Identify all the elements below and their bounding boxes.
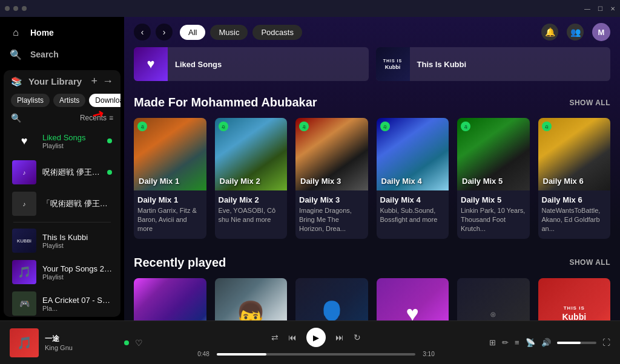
library-item-ea[interactable]: 🎮 EA Cricket 07 - Soun... Pla...	[8, 288, 116, 317]
mix4-info: Daily Mix 4 Kubbi, Sub.Sound, Bossfight …	[377, 190, 449, 230]
made-for-header: Made For Mohammed Abubakar Show all	[134, 96, 610, 109]
daily-mixes-grid: ♫ Daily Mix 1 Daily Mix 1 Martin Garrix,…	[134, 118, 610, 239]
titlebar-dot-2	[13, 6, 18, 11]
repeat-button[interactable]: ↻	[354, 333, 361, 342]
previous-button[interactable]: ⏮	[288, 333, 297, 342]
search-label: Search	[30, 50, 59, 59]
lyrics-button[interactable]: ✏	[502, 338, 509, 347]
liked-songs-quick-label: Liked Songs	[168, 60, 229, 69]
forward-button[interactable]: ›	[156, 24, 173, 41]
volume-bar[interactable]	[557, 342, 596, 344]
daily-mix-3-card[interactable]: ♫ Daily Mix 3 Daily Mix 3 Imagine Dragon…	[295, 118, 368, 239]
mix1-title: Daily Mix 1	[137, 195, 203, 204]
your-library-header: 📚 Your Library + →	[4, 70, 120, 90]
play-pause-button[interactable]: ▶	[306, 328, 326, 347]
recent3-image: 👤	[295, 278, 368, 320]
user-avatar[interactable]: M	[592, 23, 610, 41]
kubbi-sub: Playlist	[42, 242, 112, 249]
playback-controls: ⇄ ⏮ ▶ ⏭ ↻	[271, 328, 361, 347]
recently-played-section: Recently played Show all 👦 👤 ♥	[134, 256, 610, 320]
mix5-image: ♫ Daily Mix 5	[457, 118, 530, 190]
filter-music-button[interactable]: Music	[210, 25, 248, 40]
daily-mix-2-card[interactable]: ♫ Daily Mix 2 Daily Mix 2 Eve, YOASOBI, …	[215, 118, 288, 239]
topsongs-name: Your Top Songs 2023	[42, 264, 112, 273]
chinese2-name: 「呪術廻戦 儚王・王折…・A…	[42, 198, 112, 209]
add-library-button[interactable]: +	[91, 75, 97, 88]
kubbi-info: This Is Kubbi Playlist	[42, 233, 112, 249]
next-button[interactable]: ⏭	[335, 333, 344, 342]
filter-artists[interactable]: Artists	[53, 94, 85, 107]
recent-card-2[interactable]: 👦	[215, 278, 288, 320]
daily-mix-4-card[interactable]: ♫ Daily Mix 4 Daily Mix 4 Kubbi, Sub.Sou…	[377, 118, 449, 239]
sidebar-separator	[13, 222, 111, 223]
quick-liked-songs[interactable]: ♥ Liked Songs	[134, 47, 369, 81]
now-playing-view-button[interactable]: ⊞	[489, 338, 496, 347]
recently-played-show-all[interactable]: Show all	[569, 258, 610, 267]
recent-card-6[interactable]: THIS IS Kubbi	[538, 278, 611, 320]
recent-card-1[interactable]	[134, 278, 206, 320]
titlebar-dot-3	[22, 6, 27, 11]
daily-mix-6-card[interactable]: ♫ Daily Mix 6 Daily Mix 6 NateWantsToBat…	[538, 118, 611, 239]
recently-played-grid: 👦 👤 ♥ ◎ THIS IS	[134, 278, 610, 320]
now-playing-info: 一途 King Gnu	[45, 334, 118, 351]
mix6-img-wrap: ♫ Daily Mix 6	[538, 118, 611, 190]
liked-songs-name: Liked Songs	[42, 133, 101, 142]
mix2-info: Daily Mix 2 Eve, YOASOBI, Cô shu Nie and…	[215, 190, 288, 230]
back-button[interactable]: ‹	[134, 24, 151, 41]
library-filters: Playlists Artists Downloaded	[4, 90, 120, 111]
close-button[interactable]: ✕	[610, 5, 615, 12]
library-list: ♥ Liked Songs Playlist ♪ 呪術廻戦 儚王・王折／…・A…	[4, 125, 120, 317]
library-item-topsongs[interactable]: 🎵 Your Top Songs 2023 Playlist	[8, 256, 116, 288]
recent1-image	[134, 278, 206, 320]
liked-songs-dot	[107, 138, 112, 143]
made-for-show-all[interactable]: Show all	[569, 99, 610, 107]
sidebar-item-search[interactable]: 🔍 Search	[7, 44, 117, 65]
total-time: 3:10	[420, 351, 437, 357]
recent-card-4[interactable]: ♥	[377, 278, 449, 320]
devices-button[interactable]: 📡	[526, 338, 535, 347]
mix4-badge: ♫	[380, 122, 390, 131]
queue-button[interactable]: ≡	[515, 338, 519, 347]
filter-podcasts-button[interactable]: Podcasts	[252, 25, 302, 40]
daily-mix-1-card[interactable]: ♫ Daily Mix 1 Daily Mix 1 Martin Garrix,…	[134, 118, 206, 239]
titlebar-dot-1	[5, 6, 10, 11]
filter-downloaded[interactable]: Downloaded	[89, 94, 120, 107]
library-item-chinese2[interactable]: ♪ 「呪術廻戦 儚王・王折…・A…	[8, 188, 116, 219]
library-more-button[interactable]: →	[102, 75, 113, 88]
library-item-liked[interactable]: ♥ Liked Songs Playlist	[8, 125, 116, 157]
mix4-image: ♫ Daily Mix 4	[377, 118, 449, 190]
ea-info: EA Cricket 07 - Soun... Pla...	[42, 296, 112, 312]
friends-button[interactable]: 👥	[567, 24, 584, 41]
library-search-icon[interactable]: 🔍	[11, 113, 21, 123]
filter-pills-top: All Music Podcasts	[180, 25, 302, 40]
minimize-button[interactable]: —	[584, 5, 590, 12]
chinese2-icon: ♪	[12, 192, 36, 216]
main-topbar: ‹ › All Music Podcasts 🔔 👥 M	[124, 17, 620, 47]
recent-card-3[interactable]: 👤	[295, 278, 368, 320]
filter-playlists[interactable]: Playlists	[11, 94, 50, 107]
main-scroll[interactable]: ♥ Liked Songs THIS IS Kubbi This Is Kubb…	[124, 47, 620, 320]
chinese1-info: 呪術廻戦 儚王・王折／…・A…	[42, 167, 101, 178]
your-library-title-btn[interactable]: 📚 Your Library	[11, 76, 82, 87]
maximize-button[interactable]: ☐	[598, 5, 603, 12]
progress-bar[interactable]	[217, 353, 415, 356]
fullscreen-button[interactable]: ⛶	[602, 338, 610, 347]
recent-card-5[interactable]: ◎	[457, 278, 530, 320]
sidebar-item-home[interactable]: ⌂ Home	[7, 22, 117, 44]
app-body: ↗ ⌂ Home 🔍 Search 📚 Your Library + →	[0, 17, 620, 320]
shuffle-button[interactable]: ⇄	[271, 333, 279, 342]
mix5-sub: Linkin Park, 10 Years, Thousand Foot Kru…	[461, 206, 526, 234]
notification-button[interactable]: 🔔	[541, 24, 558, 41]
mix3-sub: Imagine Dragons, Bring Me The Horizon, D…	[299, 206, 364, 234]
library-item-kubbi[interactable]: KUBBI This Is Kubbi Playlist	[8, 225, 116, 256]
like-button[interactable]: ♡	[135, 338, 143, 348]
titlebar-dots	[5, 6, 27, 11]
daily-mix-5-card[interactable]: ♫ Daily Mix 5 Daily Mix 5 Linkin Park, 1…	[457, 118, 530, 239]
mix6-badge: ♫	[542, 122, 552, 131]
mix1-info: Daily Mix 1 Martin Garrix, Fitz & Baron,…	[134, 190, 206, 239]
filter-all-button[interactable]: All	[180, 25, 205, 40]
library-item-chinese1[interactable]: ♪ 呪術廻戦 儚王・王折／…・A…	[8, 157, 116, 188]
quick-kubbi[interactable]: THIS IS Kubbi This Is Kubbi	[376, 47, 611, 81]
mix5-img-wrap: ♫ Daily Mix 5	[457, 118, 530, 190]
mix6-sub: NateWantsToBattle, Akano, Ed Goldfarb an…	[542, 206, 607, 234]
